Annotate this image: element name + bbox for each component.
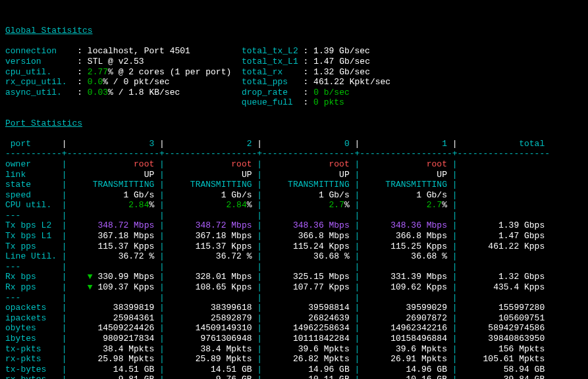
- col-header-port: port: [11, 139, 57, 149]
- row-label-txpkts: tx-pkts: [5, 344, 57, 354]
- col-header-total: total: [458, 139, 545, 149]
- cell-ipkts-total: 105609751: [458, 313, 545, 323]
- cell-rxpkts-1: 25.89 Mpkts: [165, 354, 252, 364]
- col-header-0: 0: [262, 139, 350, 149]
- cell-rxpkts-2: 26.82 Mpkts: [262, 354, 350, 364]
- cell-obytes-0: 14509224426: [67, 323, 155, 333]
- cell-opkts-1: 38399618: [165, 303, 252, 313]
- cell-rxbytes-3: 10.16 GB: [360, 374, 447, 379]
- cell-txl1-2: 366.8 Mbps: [262, 231, 350, 241]
- cell-txpps-3: 115.25 Kpps: [360, 241, 447, 251]
- cell-obytes-1: 14509149310: [165, 323, 252, 333]
- cell-rxpkts-3: 26.91 Mpkts: [360, 354, 447, 364]
- label-cpu_util: cpu_util.: [5, 67, 77, 77]
- cell-link-2: UP: [262, 170, 350, 180]
- cell-txl1-0: 367.18 Mbps: [67, 231, 155, 241]
- cell-link-0: UP: [67, 170, 155, 180]
- cell-speed-0: 1 Gb/s: [67, 190, 155, 200]
- row-label-rxpkts: rx-pkts: [5, 354, 57, 364]
- cell-ipkts-0: 25984361: [67, 313, 155, 323]
- col-header-3: 3: [67, 139, 155, 149]
- port-statistics-header: Port Statistics: [5, 118, 82, 128]
- cell-state-2: TRANSMITTING: [262, 180, 350, 190]
- cell-txbytes-total: 58.94 GB: [458, 365, 545, 374]
- cell-txbytes-2: 14.96 GB: [262, 365, 350, 374]
- cell-state-3: TRANSMITTING: [360, 180, 447, 190]
- label-async_util: async_util.: [5, 88, 77, 97]
- row-label-txl1: Tx bps L1: [5, 231, 57, 241]
- label-total_rx: total_rx: [242, 67, 304, 77]
- value-total_pps: 461.22 Kpkt/sec: [313, 77, 390, 87]
- cell-ibytes-total: 39840863950: [458, 334, 545, 343]
- cell-cpuu-3: 2.7: [360, 200, 442, 210]
- cell-ibytes-1: 9761306948: [165, 334, 252, 343]
- cell-txpkts-0: 38.4 Mpkts: [67, 344, 155, 354]
- value-version: STL @ v2.53: [88, 57, 144, 66]
- cell-rxbps-2: 325.15 Mbps: [262, 272, 350, 282]
- label-rx_cpu_util: rx_cpu_util.: [5, 77, 77, 87]
- cell-txl1-1: 367.18 Mbps: [165, 231, 252, 241]
- value-connection: localhost, Port 4501: [88, 46, 190, 56]
- cell-rxbps-3: 331.39 Mbps: [360, 272, 447, 282]
- cell-txl2-2: 348.36 Mbps: [262, 220, 350, 230]
- label-queue_full: queue_full: [242, 97, 304, 107]
- cell-txpps-1: 115.37 Kpps: [165, 241, 252, 251]
- value-total_tx_l1: 1.47 Gb/sec: [313, 57, 370, 66]
- cell-rxbytes-0: 9.81 GB: [67, 374, 155, 379]
- cell-state-1: TRANSMITTING: [165, 180, 252, 190]
- cell-opkts-total: 155997280: [458, 303, 545, 313]
- cell-lineu-total: [458, 251, 545, 261]
- cell-rxbytes-1: 9.76 GB: [165, 374, 252, 379]
- cell-txl1-total: 1.47 Gbps: [458, 231, 545, 241]
- cell-opkts-0: 38399819: [67, 303, 155, 313]
- cell-link-1: UP: [165, 170, 252, 180]
- cell-owner-3: root: [360, 159, 447, 169]
- row-label-lineu: Line Util.: [5, 251, 57, 261]
- cell-rxpps-total: 435.4 Kpps: [458, 282, 545, 292]
- cell-cpuu-1: 2.84: [165, 200, 247, 210]
- cell-lineu-1: 36.72 %: [165, 251, 252, 261]
- label-version: version: [5, 57, 77, 66]
- cell-txl2-0: 348.72 Mbps: [67, 220, 155, 230]
- row-label-cpuu: CPU util.: [5, 200, 57, 210]
- cell-speed-3: 1 Gb/s: [360, 190, 447, 200]
- cell-txpkts-total: 156 Mpkts: [458, 344, 545, 354]
- row-label-obytes: obytes: [5, 323, 57, 333]
- cell-txl2-total: 1.39 Gbps: [458, 220, 545, 230]
- label-total_tx_l2: total_tx_L2: [242, 46, 304, 56]
- value-rxcpu-pct: 0.0: [88, 77, 103, 87]
- cell-txpkts-1: 38.4 Mpkts: [165, 344, 252, 354]
- cell-speed-1: 1 Gb/s: [165, 190, 252, 200]
- cell-state-0: TRANSMITTING: [67, 180, 155, 190]
- row-label-state: state: [5, 180, 57, 190]
- cell-rxbps-total: 1.32 Gbps: [458, 272, 545, 282]
- row-label-speed: speed: [5, 190, 57, 200]
- cell-rxpkts-total: 105.61 Mpkts: [458, 354, 545, 364]
- terminal-output: Global Statisitcs connection : localhost…: [5, 26, 583, 379]
- row-label-txbytes: tx-bytes: [5, 365, 57, 374]
- cell-owner-0: root: [67, 159, 155, 169]
- value-async-pct: 0.03: [88, 88, 108, 97]
- cell-ibytes-3: 10158496884: [360, 334, 447, 343]
- label-drop_rate: drop_rate: [242, 88, 304, 97]
- label-total_pps: total_pps: [242, 77, 304, 87]
- cell-rxpps-0: 109.37 Kpps: [97, 282, 154, 292]
- cell-rxbps-0: 330.99 Mbps: [97, 272, 154, 282]
- cell-rxbytes-2: 10.11 GB: [262, 374, 350, 379]
- cell-lineu-2: 36.68 %: [262, 251, 350, 261]
- cell-rxpps-2: 107.77 Kpps: [262, 282, 350, 292]
- cell-txbytes-3: 14.96 GB: [360, 365, 447, 374]
- value-queue_full: 0 pkts: [313, 97, 344, 107]
- row-label-txpps: Tx pps: [5, 241, 57, 251]
- cell-txpps-total: 461.22 Kpps: [458, 241, 545, 251]
- value-total_rx: 1.32 Gb/sec: [313, 67, 370, 77]
- cell-txl2-1: 348.72 Mbps: [165, 220, 252, 230]
- row-label-rxbps: Rx bps: [5, 272, 57, 282]
- row-label-rxpps: Rx pps: [5, 282, 57, 292]
- cell-state-total: [458, 180, 545, 190]
- cell-obytes-2: 14962258634: [262, 323, 350, 333]
- cell-rxpkts-0: 25.98 Mpkts: [67, 354, 155, 364]
- value-drop_rate: 0 b/sec: [313, 88, 350, 97]
- cell-ibytes-2: 10111842284: [262, 334, 350, 343]
- cell-link-total: [458, 170, 545, 180]
